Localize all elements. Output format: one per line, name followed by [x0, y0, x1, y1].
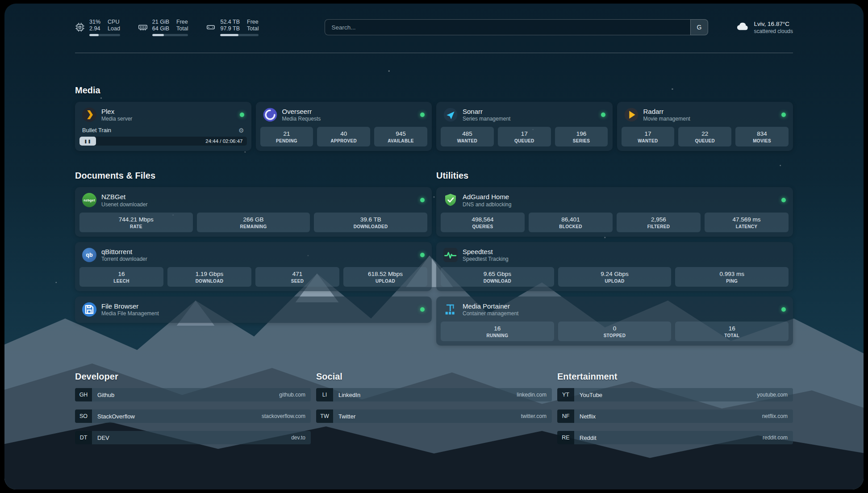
cpu-icon — [75, 22, 85, 32]
playback-progress-bar[interactable]: ❚❚ 24:44 / 02:06:47 — [79, 137, 247, 146]
service-subtitle: Media File Management — [101, 310, 159, 317]
stat-box: 498,564 QUERIES — [441, 213, 525, 232]
pause-icon[interactable]: ❚❚ — [84, 139, 92, 143]
service-card-portainer[interactable]: Media Portainer Container management 16 … — [436, 297, 793, 346]
bookmark-name: DEV — [92, 435, 109, 441]
bookmark-name: Github — [92, 392, 114, 398]
search-bar: G — [325, 19, 708, 35]
cloud-icon — [736, 20, 749, 35]
search-input[interactable] — [325, 19, 690, 35]
stat-box: 266 GB REMAINING — [197, 213, 310, 232]
service-name: Plex — [101, 108, 132, 115]
bookmark-twitter[interactable]: TW Twitter twitter.com — [316, 409, 552, 423]
service-card-nzbget[interactable]: nzbget NZBGet Usenet downloader 744.21 M… — [75, 187, 432, 236]
service-name: NZBGet — [101, 193, 147, 201]
cpu-widget: 31% CPU 2.94 Load — [75, 19, 120, 36]
bookmark-url: dev.to — [291, 435, 311, 441]
service-subtitle: Usenet downloader — [101, 201, 147, 208]
cpu-load-value: 2.94 — [89, 25, 100, 32]
overseerr-icon — [263, 108, 277, 122]
bookmark-abbr: YT — [557, 388, 574, 401]
bookmark-group-social: Social LI LinkedIn linkedin.com TW Twitt… — [316, 372, 552, 452]
service-card-qbittorrent[interactable]: qb qBittorrent Torrent downloader 16 LEE… — [75, 242, 432, 291]
bookmark-name: StackOverflow — [92, 413, 135, 420]
service-name: Sonarr — [463, 108, 510, 115]
service-name: Radarr — [643, 108, 690, 115]
status-dot — [420, 307, 425, 312]
header-divider — [75, 53, 793, 53]
service-name: AdGuard Home — [463, 193, 511, 201]
section-title-media: Media — [75, 85, 793, 96]
stat-box: 17 QUEUED — [498, 127, 551, 146]
bookmark-github[interactable]: GH Github github.com — [75, 388, 311, 401]
bookmark-netflix[interactable]: NF Netflix netflix.com — [557, 409, 793, 423]
stat-box: 47.569 ms LATENCY — [705, 213, 789, 232]
bookmark-dev[interactable]: DT DEV dev.to — [75, 431, 311, 444]
bookmark-stackoverflow[interactable]: SO StackOverflow stackoverflow.com — [75, 409, 311, 423]
bookmark-url: youtube.com — [757, 392, 793, 398]
stat-box: 945 AVAILABLE — [374, 127, 427, 146]
search-provider-button[interactable]: G — [690, 19, 708, 35]
service-card-filebrowser[interactable]: File Browser Media File Management — [75, 297, 432, 323]
status-dot — [781, 198, 786, 202]
section-title-utilities: Utilities — [436, 171, 793, 181]
service-subtitle: Torrent downloader — [101, 256, 147, 262]
service-card-overseerr[interactable]: Overseerr Media Requests 21 PENDING 40 A… — [256, 102, 432, 151]
section-title-social: Social — [316, 372, 552, 382]
bookmark-reddit[interactable]: RE Reddit reddit.com — [557, 431, 793, 444]
stat-box: 16 LEECH — [79, 267, 163, 287]
stat-box: 21 PENDING — [260, 127, 313, 146]
stat-box: 9.65 Gbps DOWNLOAD — [441, 267, 554, 287]
stat-box: 86,401 BLOCKED — [529, 213, 613, 232]
bookmark-name: Twitter — [333, 413, 355, 420]
bookmark-name: Netflix — [574, 413, 596, 420]
dashboard-screen: 31% CPU 2.94 Load 21 — [4, 4, 864, 489]
stat-box: 196 SERIES — [555, 127, 608, 146]
bookmark-youtube[interactable]: YT YouTube youtube.com — [557, 388, 793, 401]
playback-time: 24:44 / 02:06:47 — [205, 138, 246, 144]
bookmark-name: Reddit — [574, 435, 597, 441]
service-subtitle: Series management — [463, 116, 510, 122]
service-card-speedtest[interactable]: Speedtest Speedtest Tracking 9.65 Gbps D… — [436, 242, 793, 291]
status-dot — [601, 113, 605, 117]
stat-box: 0 STOPPED — [558, 322, 672, 341]
stat-box: 485 WANTED — [441, 127, 494, 146]
service-card-radarr[interactable]: Radarr Movie management 17 WANTED 22 QUE… — [617, 102, 793, 151]
cpu-label: CPU — [108, 19, 120, 25]
service-name: Speedtest — [463, 248, 509, 255]
bookmark-abbr: RE — [557, 431, 574, 444]
stat-box: 834 MOVIES — [735, 127, 789, 146]
disk-free-label: Free — [247, 19, 259, 25]
portainer-icon — [443, 302, 458, 317]
disk-total-value: 97.9 TB — [220, 25, 240, 32]
service-name: File Browser — [101, 302, 159, 310]
bookmark-linkedin[interactable]: LI LinkedIn linkedin.com — [316, 388, 552, 401]
disk-free-value: 52.4 TB — [220, 19, 240, 25]
service-card-plex[interactable]: Plex Media server Bullet Train ⚙ ❚❚ 24:4 — [75, 102, 251, 151]
filebrowser-icon — [82, 302, 96, 317]
bookmark-url: linkedin.com — [517, 392, 552, 398]
bookmark-name: LinkedIn — [333, 392, 360, 398]
gear-icon[interactable]: ⚙ — [238, 127, 244, 134]
status-dot — [420, 253, 425, 257]
service-card-sonarr[interactable]: Sonarr Series management 485 WANTED 17 Q… — [436, 102, 613, 151]
disk-progress-bar — [220, 34, 259, 36]
stat-box: 471 SEED — [255, 267, 339, 287]
stat-box: 40 APPROVED — [317, 127, 370, 146]
bookmark-url: reddit.com — [763, 435, 793, 441]
sonarr-icon — [443, 108, 458, 122]
weather-condition: scattered clouds — [754, 28, 793, 34]
bookmark-abbr: SO — [75, 409, 92, 423]
stat-box: 618.52 Mbps UPLOAD — [343, 267, 427, 287]
memory-total-label: Total — [176, 25, 188, 32]
section-title-documents: Documents & Files — [75, 171, 432, 181]
bookmark-url: twitter.com — [521, 413, 552, 419]
service-card-adguard[interactable]: AdGuard Home DNS and adblocking 498,564 … — [436, 187, 793, 236]
disk-total-label: Total — [247, 25, 259, 32]
memory-free-label: Free — [176, 19, 188, 25]
memory-widget: 21 GiB Free 64 GiB Total — [138, 19, 188, 36]
weather-location: Lviv, 16.87°C — [754, 21, 793, 27]
stat-box: 17 WANTED — [622, 127, 675, 146]
disk-icon — [206, 22, 216, 32]
bookmark-group-entertainment: Entertainment YT YouTube youtube.com NF … — [557, 372, 793, 452]
